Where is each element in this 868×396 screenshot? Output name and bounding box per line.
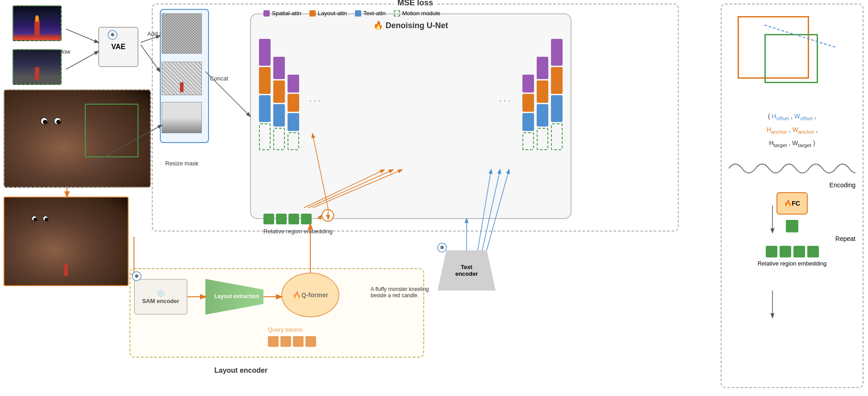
layout-attn-swatch [309,10,316,17]
layout-encoder-label: Layout encoder [214,367,267,375]
unet-dec-orange-1 [522,94,534,112]
fc-label: FC [792,200,800,207]
unet-dots-right: ··· [499,95,513,106]
text-attn-label: Text-attn [363,10,386,17]
fluffy-monster-text: A fluffy monster kneeling beside a red c… [371,286,438,299]
unet-dec-orange-2 [537,80,548,103]
w-offset-label: W [794,113,800,120]
unet-dec-dashed-2 [537,128,548,150]
motion-module-label: Motion module [402,10,440,17]
unet-dec-dashed-1 [522,132,534,150]
unet-dec-purple-2 [537,57,548,79]
legend: Spatial-attn Layout-attn Text-attn Motio… [263,10,440,17]
h-offset-label: H [772,113,776,120]
rre-token-4 [301,214,312,224]
anchor-eye-right [42,215,49,222]
unet-block-purple-2 [273,57,285,79]
svg-line-2 [66,51,98,69]
diagonal-line-svg [729,12,863,101]
encoding-label: Encoding [729,181,855,189]
w-anchor-label: W [792,126,798,133]
legend-spatial-attn: Spatial-attn [263,10,301,17]
masked-target-window-image [13,49,62,85]
unet-encoder-cols [259,39,299,150]
rre-token-3 [288,214,299,224]
unet-label: 🔥 Denoising U-Net [373,21,448,30]
candle-red-bar [34,20,40,36]
svg-line-1 [66,29,98,42]
mse-loss-label: MSE loss [394,0,437,8]
legend-text-attn: Text-attn [355,10,386,17]
unet-dec-col-3 [551,39,563,150]
fc-green-sq [786,220,798,232]
unet-dec-purple-3 [551,39,563,66]
h-offset-sub: offset [776,115,789,121]
w-offset-sub: offset [800,115,813,121]
candle-flame [35,15,39,21]
concat-middle-image [162,62,202,95]
fc-container: 🔥 FC [729,192,855,215]
unet-block-dashed-1 [259,123,271,150]
anchor-window-image: Anchor window [4,197,129,286]
relative-region-embedding-tokens [263,214,312,224]
right-rre-label: Relative region embedding [729,260,855,267]
target-window-image [13,5,62,41]
h-target-label: H [769,139,773,147]
sinusoid-svg [729,157,855,180]
small-candle [180,82,184,92]
unet-block-dashed-3 [288,132,299,150]
unet-block-orange-1 [259,67,271,94]
text-attn-swatch [355,10,361,17]
w-target-label: W [792,139,798,147]
legend-motion-module: Motion module [394,10,440,17]
rre-right-1 [766,246,777,257]
rre-token-1 [263,214,274,224]
rre-token-2 [276,214,287,224]
motion-module-swatch [394,10,400,17]
masked-candle-bar [35,67,39,80]
coord-notation: ( Hoffset , Woffset , Hanchor , Wanchor … [729,110,855,150]
anchor-candle [64,264,68,276]
vae-box: VAE [98,27,138,67]
training-sample-box: Training sample [4,89,151,188]
unet-dec-dashed-3 [551,123,563,150]
unet-block-orange-2 [273,80,285,103]
spatial-attn-label: Spatial-attn [272,10,301,17]
eye-left [40,117,48,125]
repeat-label: Repeat [729,235,855,242]
h-target-sub: target [774,142,787,148]
noisy-image [162,13,202,54]
plus-circle: + [321,209,334,222]
target-candle-image [13,6,61,40]
rre-right-4 [807,246,819,257]
fc-green-sq-container [729,220,855,232]
unet-dots-left: ··· [309,95,322,106]
unet-block-blue-1 [259,95,271,122]
right-panel: ( Hoffset , Woffset , Hanchor , Wanchor … [721,4,864,388]
green-selection-rect [85,104,138,157]
unet-block-purple-3 [288,75,299,93]
unet-dec-blue-3 [551,95,563,122]
unet-block-dashed-2 [273,128,285,150]
rre-right-3 [793,246,805,257]
unet-box: 🔥 Denoising U-Net [250,13,572,219]
layout-encoder-box [129,268,424,358]
unet-block-blue-3 [288,113,299,131]
unet-dec-orange-3 [551,67,563,94]
h-anchor-label: H [767,126,771,133]
unet-col-1 [259,39,271,150]
vae-label: VAE [111,43,125,51]
eye-right [54,117,62,125]
svg-line-0 [764,25,836,47]
w-target-sub: target [798,142,811,148]
legend-layout-attn: Layout-attn [309,10,347,17]
unet-dec-col-1 [522,75,534,150]
rre-right-2 [780,246,791,257]
unet-col-2 [273,57,285,150]
unet-dec-col-2 [537,57,548,150]
unet-block-blue-2 [273,104,285,126]
anchor-eye-left [31,215,38,222]
h-anchor-sub: anchor [771,129,787,135]
unet-col-3 [288,75,299,150]
right-rre-tokens [729,246,855,257]
